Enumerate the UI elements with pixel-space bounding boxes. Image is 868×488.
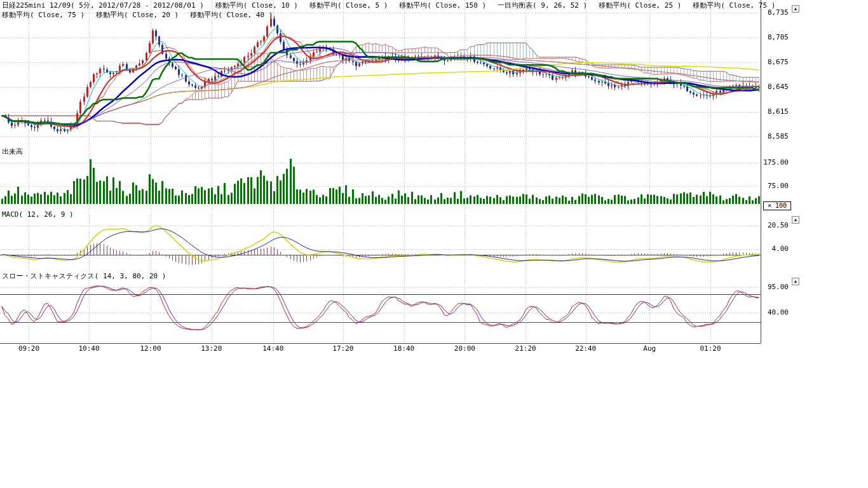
time-axis-label: 13:20	[198, 344, 226, 353]
legend-item[interactable]: 移動平均( Close, 10 )	[215, 1, 298, 10]
legend-item[interactable]: 移動平均( Close, 40 )	[190, 11, 273, 19]
chart-title[interactable]: 日経225mini 12/09( 5分, 2012/07/28 - 2012/0…	[2, 1, 204, 10]
time-axis-label: 14:40	[259, 344, 287, 353]
time-axis-label: 09:20	[15, 344, 43, 353]
stoch-axis-label: 40.00	[762, 309, 789, 316]
stoch-scale-up-arrow-icon[interactable]: ▲	[792, 278, 799, 285]
time-axis-label: Aug	[635, 344, 663, 353]
volume-multiplier-badge: × 100	[763, 201, 791, 210]
price-axis-label: 8,705	[762, 34, 789, 41]
stoch-axis-label: 95.00	[762, 283, 789, 291]
time-axis-label: 18:40	[390, 344, 418, 353]
time-axis-label: 10:40	[75, 344, 103, 353]
price-scale-up-arrow-icon[interactable]: ▲	[792, 5, 799, 13]
trading-chart-window: 出来高 MACD( 12, 26, 9 ) スロー・ストキャスティクス( 14,…	[0, 0, 868, 488]
price-chart-canvas[interactable]	[0, 0, 868, 356]
macd-axis-label: 4.00	[762, 245, 789, 253]
time-axis-label: 17:20	[329, 344, 357, 353]
volume-panel-label: 出来高	[2, 148, 23, 156]
price-axis-label: 8,645	[762, 83, 789, 91]
legend-row: 日経225mini 12/09( 5分, 2012/07/28 - 2012/0…	[2, 1, 775, 10]
legend-item[interactable]: 移動平均( Close, 20 )	[96, 11, 179, 19]
macd-panel-label: MACD( 12, 26, 9 )	[2, 211, 74, 219]
macd-axis-label: 20.50	[762, 222, 789, 229]
stochastics-panel-label: スロー・ストキャスティクス( 14, 3, 80, 20 )	[2, 273, 166, 280]
volume-axis-label: 75.00	[762, 182, 789, 190]
time-axis-label: 01:20	[696, 344, 724, 353]
legend-item[interactable]: 移動平均( Close, 75 )	[2, 11, 85, 19]
price-axis-label: 8,585	[762, 133, 789, 140]
time-axis-label: 21:20	[512, 344, 539, 353]
legend-item[interactable]: 移動平均( Close, 5 )	[309, 1, 388, 10]
time-axis-label: 20:00	[451, 344, 478, 353]
price-axis-label: 8,675	[762, 58, 789, 66]
price-axis-label: 8,615	[762, 108, 789, 116]
legend-item[interactable]: 一目均衡表( 9, 26, 52 )	[498, 1, 587, 10]
legend-row: 移動平均( Close, 75 )移動平均( Close, 20 )移動平均( …	[2, 11, 273, 19]
volume-axis-label: 175.00	[762, 159, 789, 166]
macd-scale-up-arrow-icon[interactable]: ▲	[792, 216, 799, 224]
time-axis-label: 22:40	[572, 344, 600, 353]
legend-item[interactable]: 移動平均( Close, 25 )	[599, 1, 681, 10]
time-axis-label: 12:00	[137, 344, 165, 353]
legend-item[interactable]: 移動平均( Close, 150 )	[399, 1, 486, 10]
price-axis-label: 8,735	[762, 9, 789, 17]
